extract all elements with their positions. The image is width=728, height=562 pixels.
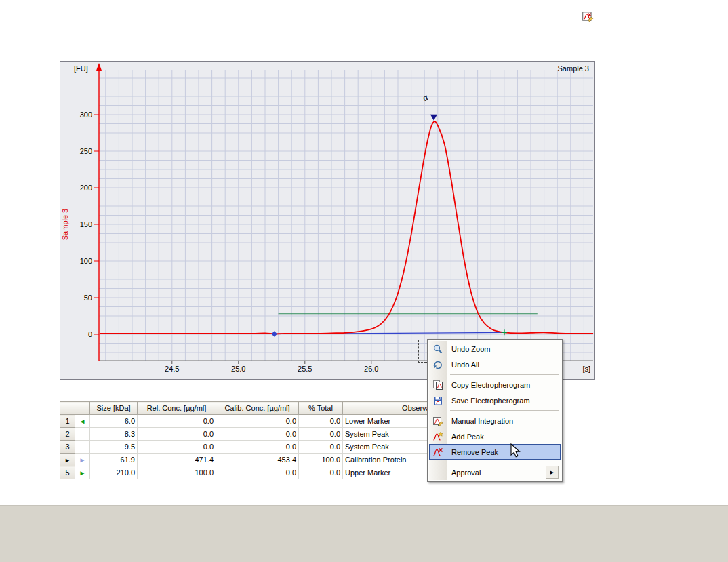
menu-item-label: Undo All (447, 361, 479, 369)
right-green-marker-icon[interactable]: ► (75, 466, 90, 479)
current-row-indicator[interactable]: ► (60, 454, 75, 466)
series-name-label: Sample 3 (61, 209, 69, 240)
peak-apex-marker (430, 115, 437, 121)
x-tick-label: 25.5 (298, 365, 312, 373)
left-green-marker-icon[interactable]: ◄ (75, 415, 90, 428)
x-tick-label: 26.0 (364, 365, 378, 373)
menu-item-label: Manual Integration (447, 417, 513, 425)
menu-item-label: Copy Electropherogram (447, 381, 530, 389)
menu-item-undo-zoom[interactable]: Undo Zoom (429, 341, 561, 357)
marker-cell[interactable] (75, 428, 90, 441)
right-blue-marker-icon[interactable]: ► (75, 454, 90, 466)
total-cell[interactable]: 100.0 (299, 454, 343, 466)
calib-cell[interactable]: 0.0 (216, 441, 299, 454)
y-tick-label: 50 (84, 294, 92, 302)
calib-cell[interactable]: 0.0 (216, 466, 299, 479)
electropherogram-panel[interactable]: 24.525.025.526.026.527.00501001502002503… (60, 61, 595, 380)
save-electropherogram-icon (429, 393, 447, 408)
y-tick-label: 100 (80, 257, 92, 265)
column-header-size-kda-[interactable]: Size [kDa] (90, 402, 138, 415)
rel-cell[interactable]: 0.0 (138, 428, 216, 441)
menu-item-undo-all[interactable]: Undo All (429, 357, 561, 372)
remove-peak-icon (429, 444, 447, 460)
x-axis-unit-label: [s] (582, 365, 590, 373)
rel-cell[interactable]: 471.4 (138, 454, 216, 466)
size-cell[interactable]: 8.3 (90, 428, 138, 441)
y-axis-ticks: 050100150200250300 (80, 111, 99, 338)
rel-cell[interactable]: 0.0 (138, 441, 216, 454)
size-cell[interactable]: 9.5 (90, 441, 138, 454)
undo-all-icon (429, 357, 447, 372)
undo-zoom-icon (429, 341, 447, 357)
calib-cell[interactable]: 0.0 (216, 428, 299, 441)
menu-item-label: Approval (447, 468, 481, 477)
menu-item-label: Undo Zoom (447, 345, 490, 353)
chart-pencil-icon (582, 10, 594, 24)
rel-cell[interactable]: 100.0 (138, 466, 216, 479)
copy-electropherogram-icon (429, 377, 447, 393)
submenu-arrow-icon: ▶ (546, 466, 559, 479)
column-header-calib-conc-g-ml-[interactable]: Calib. Conc. [µg/ml] (216, 402, 299, 415)
y-tick-label: 150 (80, 220, 92, 228)
size-cell[interactable]: 61.9 (90, 454, 138, 466)
menu-separator (429, 408, 561, 413)
menu-separator (429, 460, 561, 464)
rel-cell[interactable]: 0.0 (138, 415, 216, 428)
column-header--total[interactable]: % Total (299, 402, 343, 415)
row-number-cell[interactable]: 5 (60, 466, 75, 479)
manual-integration-icon (429, 413, 447, 428)
y-tick-label: 200 (80, 184, 92, 192)
total-cell[interactable]: 0.0 (299, 415, 343, 428)
application-window: 24.525.025.526.026.527.00501001502002503… (0, 0, 728, 562)
row-number-cell[interactable]: 2 (60, 428, 75, 441)
menu-item-manual-integration[interactable]: Manual Integration (429, 413, 561, 428)
menu-item-label: Add Peak (447, 433, 484, 441)
no-icon (429, 464, 447, 480)
calib-cell[interactable]: 453.4 (216, 454, 299, 466)
total-cell[interactable]: 0.0 (299, 466, 343, 479)
row-number-cell[interactable]: 1 (60, 415, 75, 428)
menu-item-save-electropherogram[interactable]: Save Electropherogram (429, 393, 561, 408)
calib-cell[interactable]: 0.0 (216, 415, 299, 428)
grid (99, 70, 593, 361)
y-tick-label: 250 (80, 147, 92, 155)
menu-item-label: Save Electropherogram (447, 397, 530, 405)
chart-title: Sample 3 (558, 64, 589, 73)
baseline-start-marker (271, 331, 277, 336)
total-cell[interactable]: 0.0 (299, 428, 343, 441)
electropherogram-curve (100, 121, 593, 334)
size-cell[interactable]: 6.0 (90, 415, 138, 428)
menu-item-remove-peak[interactable]: Remove Peak (429, 444, 561, 460)
row-number-cell[interactable]: 3 (60, 441, 75, 454)
menu-separator (429, 372, 561, 377)
y-tick-label: 0 (88, 330, 92, 338)
context-menu: Undo ZoomUndo AllCopy ElectropherogramSa… (427, 339, 563, 482)
total-cell[interactable]: 0.0 (299, 441, 343, 454)
column-header-blank-1[interactable] (75, 402, 90, 415)
menu-item-copy-electropherogram[interactable]: Copy Electropherogram (429, 377, 561, 393)
size-cell[interactable]: 210.0 (90, 466, 138, 479)
menu-item-approval[interactable]: Approval▶ (429, 464, 561, 480)
x-tick-label: 25.0 (231, 365, 245, 373)
peak-label: α (421, 92, 430, 103)
menu-item-label: Remove Peak (447, 448, 498, 456)
bottom-bar (0, 505, 728, 562)
menu-item-add-peak[interactable]: Add Peak (429, 428, 561, 444)
column-header-rel-conc-g-ml-[interactable]: Rel. Conc. [µg/ml] (138, 402, 216, 415)
x-tick-label: 24.5 (165, 365, 179, 373)
marker-cell[interactable] (75, 441, 90, 454)
manual-integration-toolbar-button[interactable] (580, 9, 596, 25)
y-tick-label: 300 (80, 111, 92, 119)
y-axis-unit-label: [FU] (74, 64, 88, 73)
column-header-blank-0[interactable] (60, 402, 75, 415)
add-peak-icon (429, 428, 447, 444)
mouse-cursor (510, 443, 524, 460)
